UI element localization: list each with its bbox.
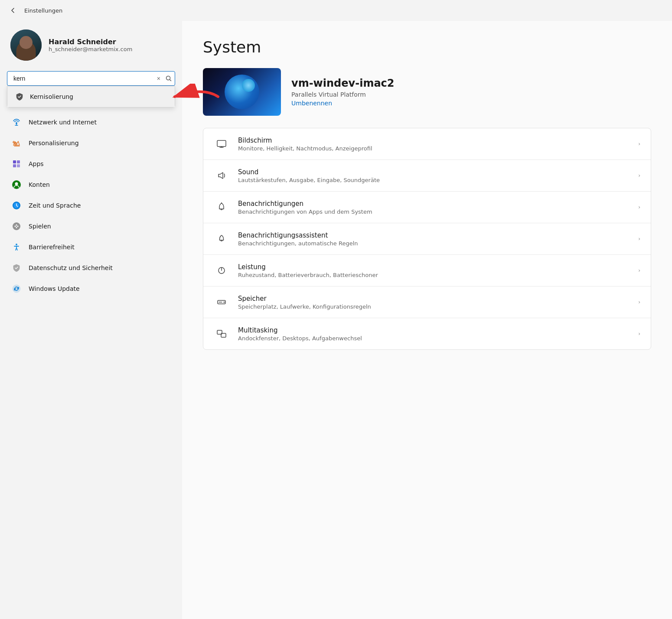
settings-item-display[interactable]: Bildschirm Monitore, Helligkeit, Nachtmo… — [203, 128, 651, 160]
settings-item-notifications[interactable]: Benachrichtigungen Benachrichtigungen vo… — [203, 192, 651, 223]
sidebar-item-accounts[interactable]: Konten — [3, 174, 179, 195]
user-email: h_schneider@marketmix.com — [49, 46, 132, 52]
svg-rect-8 — [13, 164, 16, 167]
shield-icon — [14, 91, 25, 102]
user-info: Harald Schneider h_schneider@marketmix.c… — [49, 38, 132, 52]
notifications-icon — [214, 199, 229, 215]
settings-item-title-storage: Speicher — [238, 295, 371, 303]
sidebar: Harald Schneider h_schneider@marketmix.c… — [0, 21, 182, 619]
sidebar-item-privacy[interactable]: Datenschutz und Sicherheit — [3, 257, 179, 278]
accounts-icon — [10, 179, 23, 191]
svg-rect-6 — [13, 160, 16, 163]
settings-item-title-multitasking: Multitasking — [238, 326, 362, 334]
sidebar-item-label-personalization: Personalisierung — [29, 140, 79, 147]
settings-item-desc-display: Monitore, Helligkeit, Nachtmodus, Anzeig… — [238, 145, 372, 152]
settings-item-text-sound: Sound Lautstärkestufen, Ausgabe, Eingabe… — [238, 168, 380, 183]
network-icon — [10, 116, 23, 128]
sidebar-item-accessibility[interactable]: Barrierefreiheit — [3, 237, 179, 257]
sound-icon — [214, 168, 229, 183]
sidebar-item-network[interactable]: Netzwerk und Internet — [3, 112, 179, 133]
device-platform: Parallels Virtual Platform — [291, 91, 395, 98]
settings-item-title-power: Leistung — [238, 263, 378, 271]
multitasking-icon — [214, 326, 229, 342]
settings-item-title-focus: Benachrichtigungsassistent — [238, 231, 358, 239]
settings-item-focus[interactable]: Benachrichtigungsassistent Benachrichtig… — [203, 223, 651, 255]
settings-item-desc-sound: Lautstärkestufen, Ausgabe, Eingabe, Soun… — [238, 177, 380, 183]
settings-item-desc-focus: Benachrichtigungen, automatische Regeln — [238, 240, 358, 247]
svg-point-27 — [224, 302, 225, 303]
sidebar-item-label-accounts: Konten — [29, 181, 50, 188]
device-rename-link[interactable]: Umbenennen — [291, 100, 395, 107]
settings-item-storage[interactable]: Speicher Speicherplatz, Laufwerke, Konfi… — [203, 287, 651, 318]
chevron-right-icon-multitasking: › — [638, 331, 640, 337]
sidebar-item-time[interactable]: Zeit und Sprache — [3, 195, 179, 216]
content-area: System vm-windev-imac2 Parallels Virtual… — [182, 21, 672, 619]
focus-icon — [214, 231, 229, 247]
settings-item-text-power: Leistung Ruhezustand, Batterieverbrauch,… — [238, 263, 378, 278]
titlebar-title: Einstellungen — [24, 7, 62, 14]
chevron-right-icon: › — [638, 141, 640, 147]
page-title: System — [203, 38, 651, 56]
sidebar-item-label-update: Windows Update — [29, 285, 80, 292]
svg-rect-23 — [217, 140, 226, 147]
settings-item-desc-notifications: Benachrichtigungen von Apps und dem Syst… — [238, 209, 372, 215]
settings-item-text-focus: Benachrichtigungsassistent Benachrichtig… — [238, 231, 358, 247]
sidebar-item-personalization[interactable]: Personalisierung — [3, 133, 179, 153]
sidebar-item-label-time: Zeit und Sprache — [29, 202, 81, 209]
device-info: vm-windev-imac2 Parallels Virtual Platfo… — [291, 77, 395, 107]
titlebar: Einstellungen — [0, 0, 672, 21]
chevron-right-icon-power: › — [638, 267, 640, 274]
system-thumbnail — [203, 68, 281, 116]
storage-icon — [214, 294, 229, 310]
settings-item-text-storage: Speicher Speicherplatz, Laufwerke, Konfi… — [238, 295, 371, 310]
nav-list: Bluetooth und Geräte Netzwerk und Intern… — [0, 91, 182, 299]
chevron-right-icon-sound: › — [638, 173, 640, 179]
time-icon — [10, 199, 23, 212]
sidebar-item-update[interactable]: Windows Update — [3, 278, 179, 299]
windows-logo-visual — [225, 75, 259, 109]
settings-item-sound[interactable]: Sound Lautstärkestufen, Ausgabe, Eingabe… — [203, 160, 651, 192]
sidebar-item-label-network: Netzwerk und Internet — [29, 119, 97, 126]
search-clear-button[interactable]: × — [157, 75, 160, 82]
gaming-icon — [10, 220, 23, 232]
avatar-image — [10, 29, 42, 61]
settings-item-text-multitasking: Multitasking Andockfenster, Desktops, Au… — [238, 326, 362, 342]
svg-rect-7 — [17, 160, 20, 163]
sidebar-item-label-privacy: Datenschutz und Sicherheit — [29, 264, 113, 271]
display-icon — [214, 136, 229, 152]
update-icon — [10, 283, 23, 295]
search-dropdown-item-kernisolierung[interactable]: Kernisolierung — [7, 86, 175, 107]
sidebar-item-label-gaming: Spielen — [29, 223, 51, 230]
device-name: vm-windev-imac2 — [291, 77, 395, 89]
sidebar-item-gaming[interactable]: Spielen — [3, 216, 179, 237]
search-dropdown: Kernisolierung — [7, 86, 175, 108]
personalization-icon — [10, 137, 23, 149]
search-dropdown-label: Kernisolierung — [30, 93, 73, 100]
chevron-right-icon-focus: › — [638, 236, 640, 242]
avatar — [10, 29, 42, 61]
sidebar-item-label-apps: Apps — [29, 160, 44, 167]
settings-item-title-display: Bildschirm — [238, 137, 372, 144]
chevron-right-icon-storage: › — [638, 299, 640, 305]
apps-icon — [10, 158, 23, 170]
main-layout: Harald Schneider h_schneider@marketmix.c… — [0, 21, 672, 619]
chevron-right-icon-notifications: › — [638, 204, 640, 210]
settings-item-text-display: Bildschirm Monitore, Helligkeit, Nachtmo… — [238, 137, 372, 152]
svg-point-22 — [13, 285, 20, 293]
accessibility-icon — [10, 241, 23, 253]
search-container: × Kernisolierung — [7, 71, 175, 86]
search-icon-button[interactable] — [166, 75, 172, 81]
search-input[interactable] — [7, 71, 175, 86]
svg-point-21 — [16, 244, 17, 245]
settings-item-title-sound: Sound — [238, 168, 380, 176]
settings-item-text-notifications: Benachrichtigungen Benachrichtigungen vo… — [238, 200, 372, 215]
settings-item-desc-multitasking: Andockfenster, Desktops, Aufgabenwechsel — [238, 335, 362, 342]
settings-item-power[interactable]: Leistung Ruhezustand, Batterieverbrauch,… — [203, 255, 651, 287]
settings-item-title-notifications: Benachrichtigungen — [238, 200, 372, 208]
settings-item-multitasking[interactable]: Multitasking Andockfenster, Desktops, Au… — [203, 318, 651, 349]
system-info-card: vm-windev-imac2 Parallels Virtual Platfo… — [203, 68, 651, 116]
sidebar-item-apps[interactable]: Apps — [3, 153, 179, 174]
back-button[interactable] — [7, 4, 19, 16]
svg-rect-9 — [17, 164, 20, 167]
settings-list: Bildschirm Monitore, Helligkeit, Nachtmo… — [203, 128, 651, 350]
